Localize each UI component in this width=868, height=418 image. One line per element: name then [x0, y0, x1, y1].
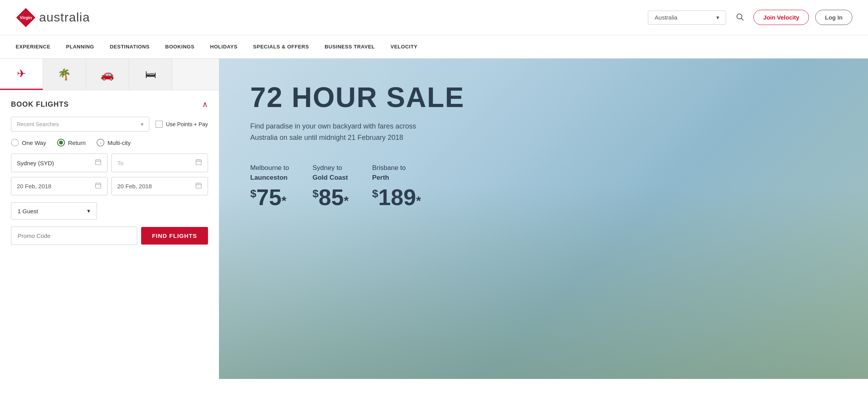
- deal-1-amount: 75: [256, 184, 282, 210]
- recent-searches-row: Recent Searches ▾ Use Points + Pay: [11, 117, 208, 132]
- deal-2-route: Sydney to Gold Coast: [312, 163, 349, 183]
- recent-searches-label: Recent Searches: [17, 121, 59, 127]
- deal-3-currency: $: [372, 187, 378, 199]
- recent-searches-dropdown[interactable]: Recent Searches ▾: [11, 117, 149, 132]
- tab-hotel[interactable]: 🛏: [129, 59, 172, 90]
- chevron-down-icon: ▾: [716, 14, 719, 21]
- sale-title: 72 HOUR SALE: [250, 82, 837, 113]
- from-to-row: [11, 154, 208, 172]
- deal-item-2: Sydney to Gold Coast $85*: [312, 163, 349, 209]
- from-calendar-icon: [95, 159, 102, 167]
- dropdown-arrow-icon: ▾: [141, 121, 143, 127]
- header-right: Australia ▾ Join Velocity Log In: [648, 9, 852, 25]
- nav-item-velocity[interactable]: VELOCITY: [391, 44, 418, 50]
- depart-date-value: 20 Feb, 2018: [17, 183, 51, 189]
- palm-tree-icon: 🌴: [57, 68, 71, 81]
- deal-item-1: Melbourne to Launceston $75*: [250, 163, 289, 209]
- deal-2-amount: 85: [319, 184, 344, 210]
- nav-item-business[interactable]: BUSINESS TRAVEL: [325, 44, 375, 50]
- nav-item-bookings[interactable]: BOOKINGS: [165, 44, 195, 50]
- bed-icon: 🛏: [145, 68, 156, 81]
- nav-item-specials[interactable]: SPECIALS & OFFERS: [253, 44, 309, 50]
- one-way-radio[interactable]: [11, 139, 19, 146]
- search-button[interactable]: [732, 9, 747, 25]
- return-date-field[interactable]: 20 Feb, 2018: [111, 177, 208, 195]
- deal-3-price: $189*: [372, 186, 421, 209]
- deal-2-asterisk: *: [344, 194, 348, 208]
- to-calendar-icon: [195, 159, 202, 167]
- main-nav: EXPERIENCE PLANNING DESTINATIONS BOOKING…: [0, 35, 868, 59]
- deal-1-to: Launceston: [250, 173, 289, 183]
- collapse-icon[interactable]: ∧: [202, 100, 208, 109]
- svg-point-2: [737, 14, 742, 19]
- deal-3-from: Brisbane to: [372, 164, 406, 171]
- login-button[interactable]: Log In: [815, 10, 852, 25]
- return-calendar-icon: [195, 182, 202, 190]
- one-way-option[interactable]: One Way: [11, 139, 46, 146]
- multi-city-radio[interactable]: [97, 139, 104, 146]
- depart-calendar-icon: [95, 182, 102, 190]
- svg-line-3: [741, 18, 743, 20]
- booking-panel: ✈ 🌴 🚗 🛏 BOOK FLIGHTS ∧ Recent Searches: [0, 59, 219, 379]
- hero-section: 72 HOUR SALE Find paradise in your own b…: [219, 59, 868, 379]
- one-way-label: One Way: [22, 139, 46, 146]
- return-radio[interactable]: [57, 139, 65, 146]
- logo-area: Virgin australia: [16, 7, 90, 28]
- use-points-label: Use Points + Pay: [166, 121, 208, 127]
- deal-2-price: $85*: [312, 186, 349, 209]
- nav-item-destinations[interactable]: DESTINATIONS: [110, 44, 150, 50]
- use-points-option[interactable]: Use Points + Pay: [156, 121, 208, 128]
- search-icon: [735, 13, 744, 21]
- flight-icon: ✈: [17, 67, 26, 80]
- tab-flights[interactable]: ✈: [0, 59, 43, 90]
- svg-rect-12: [95, 183, 101, 188]
- deal-2-to: Gold Coast: [312, 173, 349, 183]
- promo-find-row: FIND FLIGHTS: [11, 227, 208, 245]
- country-selector[interactable]: Australia ▾: [648, 11, 726, 25]
- deal-1-asterisk: *: [282, 194, 286, 208]
- svg-rect-8: [196, 160, 201, 165]
- booking-tabs: ✈ 🌴 🚗 🛏: [0, 59, 219, 90]
- deal-3-asterisk: *: [416, 194, 421, 208]
- book-flights-form: BOOK FLIGHTS ∧ Recent Searches ▾ Use Poi…: [0, 90, 219, 254]
- form-title: BOOK FLIGHTS: [11, 100, 69, 109]
- from-field[interactable]: [11, 154, 108, 172]
- deal-2-currency: $: [312, 187, 319, 199]
- nav-item-holidays[interactable]: HOLIDAYS: [210, 44, 237, 50]
- deals-row: Melbourne to Launceston $75* Sydney to G…: [250, 163, 837, 209]
- trip-type-row: One Way Return Multi-city: [11, 139, 208, 146]
- dates-row: 20 Feb, 2018 20 Feb, 2018: [11, 177, 208, 195]
- guests-selector[interactable]: 1 Guest ▾: [11, 202, 97, 220]
- tab-car[interactable]: 🚗: [86, 59, 129, 90]
- tab-holidays[interactable]: 🌴: [43, 59, 86, 90]
- depart-date-field[interactable]: 20 Feb, 2018: [11, 177, 108, 195]
- from-input[interactable]: [17, 160, 95, 166]
- guests-label: 1 Guest: [18, 208, 38, 214]
- deal-item-3: Brisbane to Perth $189*: [372, 163, 421, 209]
- svg-text:Virgin: Virgin: [20, 15, 32, 20]
- join-velocity-button[interactable]: Join Velocity: [753, 10, 809, 25]
- deal-1-price: $75*: [250, 186, 289, 209]
- find-flights-button[interactable]: FIND FLIGHTS: [141, 227, 208, 245]
- hero-bg-overlay: [219, 187, 868, 379]
- multi-city-option[interactable]: Multi-city: [97, 139, 131, 146]
- promo-code-input[interactable]: [11, 227, 137, 245]
- deal-1-from: Melbourne to: [250, 164, 289, 171]
- country-label: Australia: [655, 14, 677, 21]
- virgin-logo: Virgin: [16, 7, 36, 28]
- sale-subtitle: Find paradise in your own backyard with …: [250, 121, 438, 143]
- header: Virgin australia Australia ▾ Join Veloci…: [0, 0, 868, 35]
- deal-3-amount: 189: [378, 184, 416, 210]
- return-label: Return: [68, 139, 86, 146]
- guests-chevron-icon: ▾: [87, 207, 90, 214]
- return-option[interactable]: Return: [57, 139, 86, 146]
- deal-2-from: Sydney to: [312, 164, 342, 171]
- to-input[interactable]: [117, 160, 195, 166]
- multi-city-label: Multi-city: [108, 139, 131, 146]
- logo-text: australia: [39, 10, 90, 25]
- sale-content: 72 HOUR SALE Find paradise in your own b…: [250, 82, 837, 163]
- use-points-checkbox[interactable]: [156, 121, 163, 128]
- nav-item-experience[interactable]: EXPERIENCE: [16, 44, 50, 50]
- nav-item-planning[interactable]: PLANNING: [66, 44, 94, 50]
- to-field[interactable]: [111, 154, 208, 172]
